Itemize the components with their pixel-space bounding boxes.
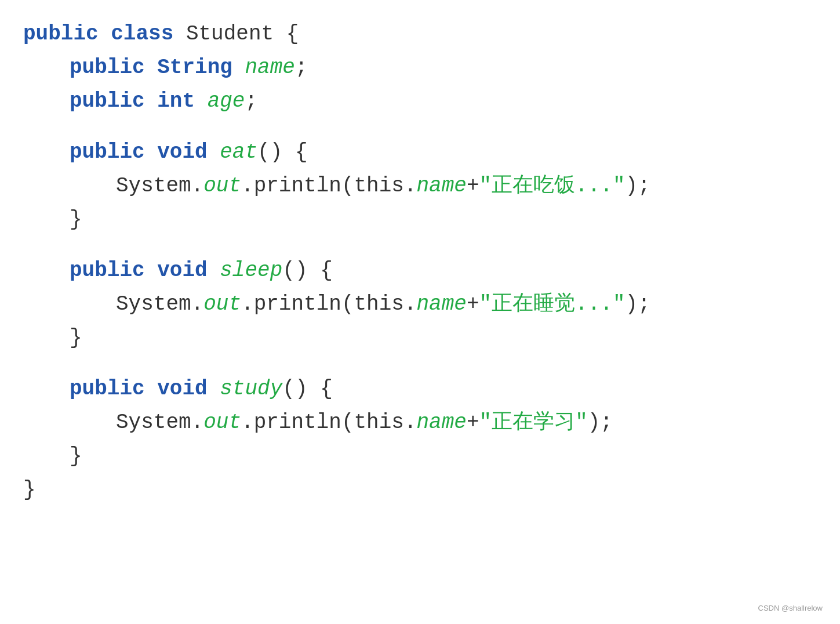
string-sleep: "正在睡觉..."	[479, 288, 626, 321]
type-string: String	[157, 51, 232, 85]
classname: Student	[186, 17, 274, 51]
close-brace-class: }	[23, 473, 36, 507]
sleep-parens: ()	[282, 254, 307, 288]
keyword-public-eat: public	[70, 136, 145, 169]
paren-semi-eat: );	[626, 169, 650, 203]
system-study: System.	[116, 406, 203, 440]
line-method-study: public void study () {	[23, 372, 817, 406]
line-method-sleep: public void sleep () {	[23, 254, 817, 288]
line-study-close: }	[23, 440, 817, 473]
method-eat-name: eat	[220, 136, 257, 169]
close-brace-study: }	[70, 440, 82, 473]
name-study: name	[417, 406, 467, 440]
out-eat: out	[203, 169, 241, 203]
line-sleep-close: }	[23, 321, 817, 355]
semi-age: ;	[245, 85, 257, 118]
string-eat: "正在吃饭..."	[479, 169, 626, 203]
println-study: .println(this.	[241, 406, 416, 440]
open-brace-class: {	[286, 17, 299, 51]
code-container: public class Student { public String nam…	[0, 0, 840, 624]
keyword-void-sleep: void	[157, 254, 207, 288]
name-sleep: name	[417, 288, 467, 321]
sleep-open-brace: {	[320, 254, 333, 288]
code-block: public class Student { public String nam…	[23, 17, 817, 507]
keyword-class: class	[111, 17, 173, 51]
out-study: out	[203, 406, 241, 440]
name-eat: name	[417, 169, 467, 203]
println-sleep: .println(this.	[241, 288, 416, 321]
close-brace-eat: }	[70, 203, 82, 237]
paren-semi-sleep: );	[626, 288, 650, 321]
keyword-void-eat: void	[157, 136, 207, 169]
line-sleep-body: System. out .println(this. name + "正在睡觉.…	[23, 288, 817, 321]
line-eat-close: }	[23, 203, 817, 237]
plus-sleep: +	[467, 288, 479, 321]
system-eat: System.	[116, 169, 203, 203]
plus-study: +	[467, 406, 479, 440]
paren-semi-study: );	[588, 406, 613, 440]
keyword-public-age: public	[70, 85, 145, 118]
watermark: CSDN @shallrelow	[758, 604, 823, 612]
out-sleep: out	[203, 288, 241, 321]
line-field-name: public String name ;	[23, 51, 817, 85]
line-field-age: public int age ;	[23, 85, 817, 118]
eat-parens: ()	[257, 136, 282, 169]
println-eat: .println(this.	[241, 169, 416, 203]
keyword-public-name: public	[70, 51, 145, 85]
study-open-brace: {	[320, 372, 333, 406]
system-sleep: System.	[116, 288, 203, 321]
method-sleep-name: sleep	[220, 254, 282, 288]
eat-open-brace: {	[295, 136, 308, 169]
keyword-public-study: public	[70, 372, 145, 406]
line-study-body: System. out .println(this. name + "正在学习"…	[23, 406, 817, 440]
line-method-eat: public void eat () {	[23, 136, 817, 169]
keyword-void-study: void	[157, 372, 207, 406]
keyword-public-sleep: public	[70, 254, 145, 288]
study-parens: ()	[282, 372, 307, 406]
var-age: age	[208, 85, 245, 118]
var-name: name	[245, 51, 294, 85]
semi-name: ;	[295, 51, 308, 85]
type-int: int	[157, 85, 195, 118]
keyword-public: public	[23, 17, 99, 51]
method-study-name: study	[220, 372, 282, 406]
string-study: "正在学习"	[479, 406, 588, 440]
close-brace-sleep: }	[70, 321, 82, 355]
line-class-declaration: public class Student {	[23, 17, 817, 51]
line-class-close: }	[23, 473, 817, 507]
plus-eat: +	[467, 169, 479, 203]
line-eat-body: System. out .println(this. name + "正在吃饭.…	[23, 169, 817, 203]
